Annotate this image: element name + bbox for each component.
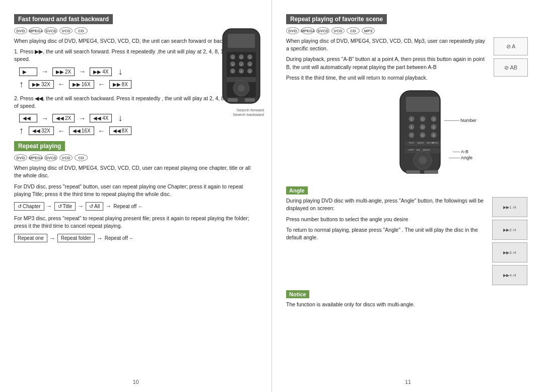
rew-box: ◀◀ bbox=[19, 114, 37, 122]
down-arrow1: ↓ bbox=[118, 67, 122, 77]
svg-text:1: 1 bbox=[411, 118, 413, 121]
right-page: Repeat playing of favorite scene DVD MPE… bbox=[272, 0, 544, 392]
dvd-repeat-diagram: ↺ Chapter → ↺ Title → ↺ All → Repeat off… bbox=[14, 202, 257, 211]
repeat-favorite-section: Repeat playing of favorite scene DVD MPE… bbox=[286, 14, 530, 85]
cd-icon-fav: CD bbox=[347, 27, 360, 34]
ff4x-box: ▶▶ 4X bbox=[90, 68, 112, 76]
fav-content: When playing disc of DVD, MPEG4, SVCD, V… bbox=[286, 37, 530, 85]
ab-a-label: ⊘ A bbox=[506, 43, 516, 50]
arrow7: ← bbox=[58, 127, 65, 135]
ab-label: A-B bbox=[453, 149, 468, 154]
repeat-para3: For MP3 disc, press "repeat" to repeat p… bbox=[14, 215, 257, 230]
rew8x-box: ◀◀ 8X bbox=[109, 126, 131, 135]
notice-section: Notice The function is available only fo… bbox=[286, 290, 530, 308]
svg-text:5: 5 bbox=[422, 126, 424, 129]
angle-label: Angle bbox=[449, 155, 472, 160]
number-label: Number bbox=[444, 118, 477, 123]
fav-para3: Press it the third time, the unit will r… bbox=[286, 74, 489, 82]
fav-para1: When playing disc of DVD, MPEG4, SVCD, V… bbox=[286, 37, 489, 52]
mp3-repeat-diagram: Repeat one → Repeat folder → Repeat off … bbox=[14, 234, 257, 242]
svg-rect-50 bbox=[406, 170, 420, 174]
angle-screens: ▶▶1 /4 ▶▶2 /4 ▶▶3 /4 ▶▶4 /4 bbox=[492, 197, 530, 285]
mp3-icon-fav: MP3 bbox=[362, 27, 375, 34]
angle-para1: During playing DVD disc with multi-angle… bbox=[286, 197, 487, 212]
dvd-icon: DVD bbox=[14, 27, 27, 34]
svg-text:MENU: MENU bbox=[432, 142, 438, 144]
svg-rect-16 bbox=[245, 98, 255, 102]
title-box: ↺ Title bbox=[54, 202, 76, 211]
svcd-icon-fav: SVCD bbox=[316, 27, 329, 34]
rew32x-box: ◀◀32X bbox=[29, 126, 54, 135]
angle-para2: Press number buttons to select the angle… bbox=[286, 216, 487, 223]
angle-text: During playing DVD disc with multi-angle… bbox=[286, 197, 487, 285]
page-number-left: 10 bbox=[132, 379, 139, 385]
angle-para3: To return to normal playing, please pres… bbox=[286, 226, 487, 241]
down-arrow2: ↓ bbox=[118, 113, 122, 123]
svg-text:STOP: STOP bbox=[409, 149, 414, 151]
rew2x-box: ◀◀ 2X bbox=[52, 114, 75, 122]
repeat-playing-section: Repeat playing DVD MPEG4 SVCD VCD CD Whe… bbox=[14, 141, 257, 242]
disc-icons-fav: DVD MPEG4 SVCD VCD CD MP3 bbox=[286, 27, 530, 34]
ff2x-box: ▶▶ 2X bbox=[52, 68, 75, 76]
svg-text:2: 2 bbox=[422, 118, 424, 121]
svg-rect-51 bbox=[424, 170, 438, 174]
cd-icon-r: CD bbox=[75, 154, 88, 161]
svg-rect-27 bbox=[406, 97, 439, 112]
svg-text:7: 7 bbox=[411, 134, 413, 137]
svg-text:8: 8 bbox=[422, 134, 424, 137]
rew16x-box: ◀◀16X bbox=[69, 126, 94, 135]
fast-forward-header: Fast forward and fast backward bbox=[14, 14, 113, 24]
remote-with-labels: 1 2 3 4 5 6 7 8 9 TITLE AUDIO bbox=[286, 90, 530, 176]
arrow6: → bbox=[79, 114, 86, 122]
svg-text:A-B: A-B bbox=[417, 149, 420, 151]
arrow1: → bbox=[41, 68, 48, 76]
angle-screen-3: ▶▶3 /4 bbox=[492, 242, 527, 263]
mpeg4-icon-fav: MPEG4 bbox=[301, 27, 314, 34]
remote-image-left: 1 2 3 4 5 6 7 8 9 Search forward Search … bbox=[219, 28, 264, 117]
repeat-para2: For DVD disc, press "repeat" button, use… bbox=[14, 183, 257, 198]
angle-screen-2: ▶▶2 /4 bbox=[492, 220, 527, 240]
svg-point-14 bbox=[238, 85, 245, 92]
repeat-playing-header: Repeat playing bbox=[14, 141, 65, 151]
repeat-favorite-header: Repeat playing of favorite scene bbox=[286, 14, 387, 24]
angle-screen-1: ▶▶1 /4 bbox=[492, 197, 527, 217]
svg-text:ANGLE: ANGLE bbox=[423, 149, 430, 151]
svg-point-49 bbox=[419, 156, 427, 164]
vcd-icon-r: VCD bbox=[59, 154, 73, 161]
remote-svg-left: 1 2 3 4 5 6 7 8 9 bbox=[219, 28, 264, 106]
chapter-box: ↺ Chapter bbox=[14, 202, 44, 211]
fav-text: When playing disc of DVD, MPEG4, SVCD, V… bbox=[286, 37, 489, 85]
play-box: ▶ bbox=[19, 68, 37, 76]
svg-rect-15 bbox=[228, 98, 238, 102]
angle-header: Angle bbox=[286, 186, 308, 194]
svg-text:3: 3 bbox=[433, 118, 435, 121]
arrow4: ← bbox=[98, 80, 105, 88]
ab-ab-label: ⊘ AB bbox=[504, 64, 517, 71]
cd-icon: CD bbox=[75, 27, 88, 34]
repeat-folder-box: Repeat folder bbox=[57, 234, 95, 242]
dvd-icon-r: DVD bbox=[14, 154, 27, 161]
svg-text:4: 4 bbox=[411, 126, 413, 129]
all-box: ↺ All bbox=[86, 202, 103, 211]
mpeg4-icon-r: MPEG4 bbox=[29, 154, 42, 161]
notice-header: Notice bbox=[286, 290, 309, 298]
rep-arrow5: → bbox=[97, 235, 103, 242]
repeat-off-label1: Repeat off ← bbox=[113, 204, 143, 209]
rew4x-box: ◀◀ 4X bbox=[90, 114, 112, 122]
ab-screen-a: ⊘ A bbox=[494, 37, 528, 55]
angle-screen-4: ▶▶4 /4 bbox=[492, 265, 527, 285]
mpeg4-icon: MPEG4 bbox=[29, 27, 42, 34]
svcd-icon: SVCD bbox=[44, 27, 57, 34]
ff32x-box: ▶▶ 32X bbox=[29, 80, 54, 89]
up-arrow2: ↑ bbox=[19, 125, 24, 136]
rep-arrow3: → bbox=[105, 203, 111, 210]
disc-icons-repeat: DVD MPEG4 SVCD VCD CD bbox=[14, 154, 257, 161]
ff8x-box: ▶▶ 8X bbox=[109, 80, 131, 89]
up-arrow1: ↑ bbox=[19, 79, 24, 90]
angle-content: During playing DVD disc with multi-angle… bbox=[286, 197, 530, 285]
svcd-icon-r: SVCD bbox=[44, 154, 57, 161]
angle-section: Angle During playing DVD disc with multi… bbox=[286, 182, 530, 285]
search-backward-label: Search backward bbox=[219, 112, 264, 117]
vcd-icon: VCD bbox=[59, 27, 73, 34]
arrow8: ← bbox=[98, 127, 105, 135]
